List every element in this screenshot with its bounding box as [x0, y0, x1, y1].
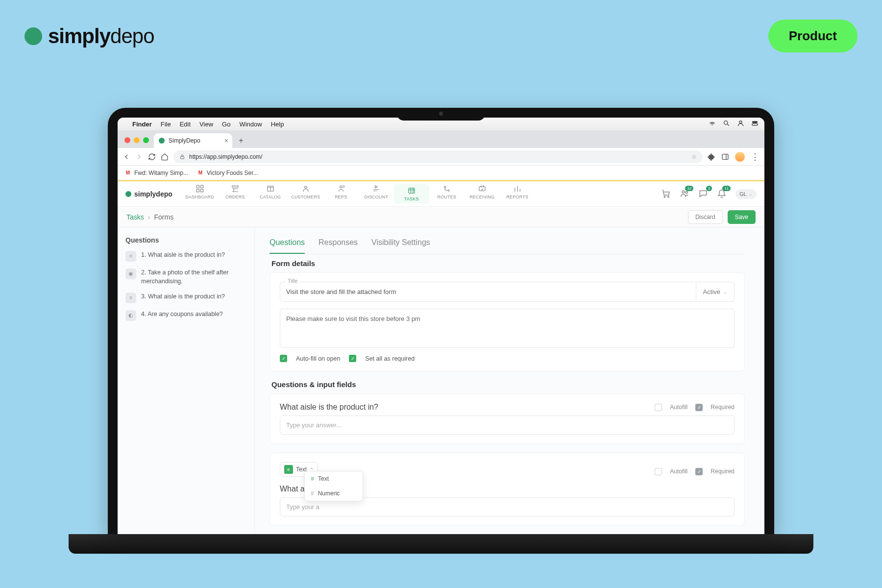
- tab-responses[interactable]: Responses: [318, 236, 358, 254]
- chevron-right-icon: ›: [148, 213, 150, 221]
- q1-autofill-checkbox[interactable]: [655, 404, 662, 411]
- profile-avatar[interactable]: [735, 152, 745, 162]
- nav-routes[interactable]: ROUTES: [429, 184, 465, 203]
- nav-receiving[interactable]: RECEIVING: [465, 184, 500, 203]
- sidebar-question-item[interactable]: ≡3. What aisle is the product in?: [125, 293, 246, 303]
- window-controls[interactable]: [124, 137, 149, 143]
- control-center-icon[interactable]: [751, 120, 759, 128]
- home-icon[interactable]: [161, 153, 169, 161]
- menu-help[interactable]: Help: [271, 121, 284, 128]
- svg-point-10: [305, 186, 307, 189]
- laptop-base: [69, 534, 813, 554]
- question-type-icon: ≡: [125, 251, 136, 262]
- product-pill[interactable]: Product: [768, 20, 858, 52]
- kebab-icon[interactable]: ⋮: [751, 151, 760, 162]
- discard-button[interactable]: Discard: [688, 210, 723, 224]
- breadcrumb-tasks[interactable]: Tasks: [126, 213, 144, 221]
- dropdown-option-numeric[interactable]: #Numeric: [305, 486, 363, 501]
- save-button[interactable]: Save: [728, 210, 756, 224]
- lock-icon: [179, 154, 185, 160]
- menu-file[interactable]: File: [161, 121, 171, 128]
- svg-rect-9: [200, 190, 203, 192]
- star-icon[interactable]: ☆: [691, 153, 697, 160]
- form-details-heading: Form details: [271, 259, 745, 268]
- sidebar-question-item[interactable]: ◉2. Take a photo of the shelf after merc…: [125, 269, 246, 286]
- menu-edit[interactable]: Edit: [180, 121, 191, 128]
- browser-tab[interactable]: SimplyDepo ×: [154, 133, 232, 148]
- autofill-checkbox[interactable]: ✓: [280, 355, 287, 362]
- svg-point-18: [682, 191, 685, 193]
- nav-dashboard[interactable]: DASHBOARD: [182, 184, 218, 203]
- svg-rect-12: [409, 188, 415, 194]
- breadcrumb-forms: Forms: [154, 213, 173, 221]
- type-dropdown: ≡Text #Numeric: [304, 471, 363, 501]
- url-text: https://app.simplydepo.com/: [189, 153, 262, 160]
- search-icon[interactable]: [723, 120, 730, 128]
- text-type-icon: ≡: [284, 465, 293, 474]
- text-icon: ≡: [311, 475, 314, 482]
- sidepanel-icon[interactable]: [721, 153, 729, 161]
- svg-point-14: [448, 190, 449, 191]
- new-tab-button[interactable]: +: [235, 135, 247, 147]
- browser-tab-strip: SimplyDepo × +: [118, 130, 764, 148]
- svg-rect-5: [722, 154, 728, 159]
- menu-finder[interactable]: Finder: [132, 121, 152, 128]
- title-label: Title: [286, 278, 299, 284]
- extensions-icon[interactable]: [708, 153, 715, 161]
- user-icon[interactable]: [737, 120, 744, 128]
- marketing-logo: simplydepo: [24, 24, 154, 48]
- nav-reports[interactable]: REPORTS: [500, 184, 535, 203]
- user-menu[interactable]: GL⌄: [735, 189, 757, 199]
- menu-window[interactable]: Window: [239, 121, 262, 128]
- back-icon[interactable]: [122, 153, 130, 161]
- q2-autofill-checkbox[interactable]: [655, 468, 662, 475]
- svg-rect-4: [181, 156, 184, 159]
- menu-go[interactable]: Go: [222, 121, 230, 128]
- dropdown-option-text[interactable]: ≡Text: [305, 471, 363, 486]
- nav-discount[interactable]: DISCOUNT: [359, 184, 394, 203]
- q1-answer-input[interactable]: Type your answer...: [280, 416, 735, 435]
- svg-rect-8: [196, 190, 199, 192]
- tab-visibility[interactable]: Visibility Settings: [371, 236, 430, 254]
- sidebar-question-item[interactable]: ◐4. Are any coupons available?: [125, 310, 246, 321]
- menu-view[interactable]: View: [199, 121, 213, 128]
- svg-point-0: [724, 121, 728, 125]
- question-type-icon: ◉: [125, 269, 136, 279]
- svg-point-13: [444, 186, 446, 188]
- app-logo[interactable]: simplydepo: [125, 190, 172, 198]
- form-description-input[interactable]: Please make sure to visit this store bef…: [280, 309, 735, 348]
- url-field[interactable]: https://app.simplydepo.com/ ☆: [173, 150, 703, 163]
- status-select[interactable]: Active⌄: [696, 282, 735, 302]
- questions-heading: Questions & input fields: [271, 380, 745, 389]
- tab-favicon: [159, 138, 165, 144]
- q2-required-checkbox[interactable]: ✓: [695, 468, 703, 475]
- logo-word-b: depo: [110, 24, 154, 48]
- nav-customers[interactable]: CUSTOMERS: [288, 184, 323, 203]
- nav-tasks[interactable]: TASKS: [394, 184, 429, 203]
- nav-catalog[interactable]: CATALOG: [253, 184, 288, 203]
- tab-questions[interactable]: Questions: [270, 236, 305, 254]
- svg-rect-6: [196, 185, 199, 188]
- setreq-checkbox[interactable]: ✓: [349, 355, 356, 362]
- team-icon[interactable]: 12: [680, 189, 689, 199]
- nav-orders[interactable]: ORDERS: [218, 184, 253, 203]
- svg-point-19: [686, 191, 687, 193]
- form-title-input[interactable]: Visit the store and fill the attached fo…: [280, 282, 696, 302]
- q1-required-checkbox[interactable]: ✓: [695, 404, 703, 411]
- chat-icon[interactable]: 3: [698, 189, 708, 199]
- reload-icon[interactable]: [148, 153, 156, 161]
- nav-reps[interactable]: REPS: [323, 184, 359, 203]
- bookmark-item[interactable]: MFwd: Witamy Simp...: [124, 170, 188, 176]
- svg-point-16: [664, 196, 666, 197]
- svg-rect-3: [752, 123, 758, 125]
- close-tab-icon[interactable]: ×: [224, 137, 228, 145]
- wifi-icon[interactable]: [709, 120, 716, 128]
- bell-icon[interactable]: 11: [717, 189, 727, 199]
- svg-point-1: [739, 121, 742, 123]
- forward-icon[interactable]: [135, 153, 143, 161]
- cart-icon[interactable]: [661, 189, 671, 199]
- sidebar-question-item[interactable]: ≡1. What aisle is the product in?: [125, 251, 246, 262]
- bookmark-item[interactable]: MVictory Foods Ser...: [197, 170, 258, 176]
- question-1-title[interactable]: What aisle is the product in?: [280, 403, 655, 412]
- tab-title: SimplyDepo: [169, 137, 200, 144]
